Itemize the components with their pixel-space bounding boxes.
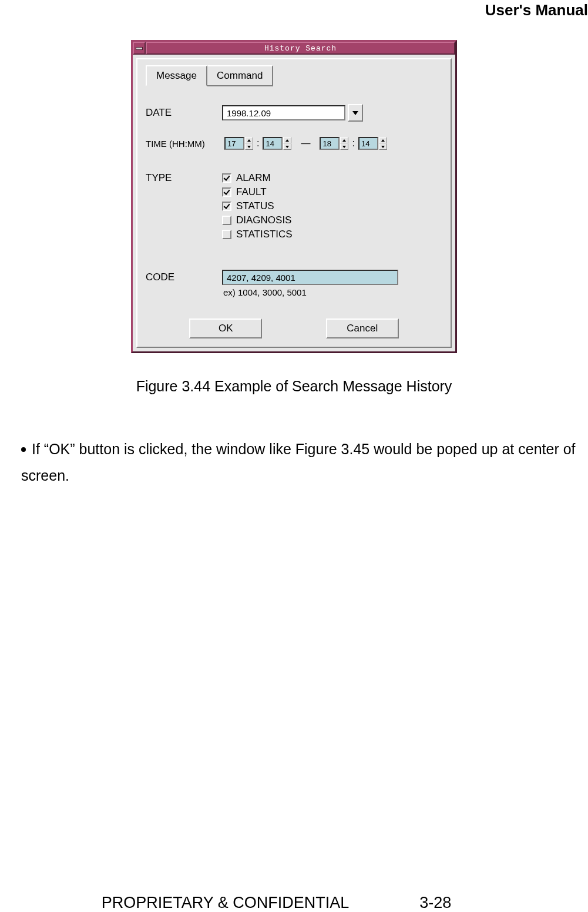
- checkbox-icon: [222, 173, 231, 183]
- spin-down-icon[interactable]: [283, 143, 291, 150]
- footer-left: PROPRIETARY & CONFIDENTIAL: [102, 894, 350, 912]
- time-to-hh[interactable]: [320, 137, 340, 150]
- footer-right: 3-28: [419, 894, 451, 912]
- window-title: History Search: [146, 42, 455, 55]
- bullet-icon: [21, 447, 26, 452]
- tab-bar: Message Command: [146, 65, 442, 86]
- type-label: TYPE: [146, 172, 222, 184]
- tab-command[interactable]: Command: [206, 65, 273, 86]
- type-status-checkbox[interactable]: STATUS: [222, 200, 293, 212]
- chevron-down-icon: [352, 111, 358, 115]
- tab-message[interactable]: Message: [146, 65, 207, 86]
- spin-up-icon[interactable]: [340, 137, 348, 143]
- code-example: ex) 1004, 3000, 5001: [223, 287, 442, 297]
- cancel-button[interactable]: Cancel: [326, 318, 399, 338]
- type-diagnosis-checkbox[interactable]: DIAGNOSIS: [222, 214, 293, 226]
- type-fault-checkbox[interactable]: FAULT: [222, 186, 293, 198]
- spin-up-icon[interactable]: [379, 137, 387, 143]
- time-colon: :: [352, 138, 354, 149]
- spin-down-icon[interactable]: [340, 143, 348, 150]
- type-statistics-label: STATISTICS: [236, 229, 293, 240]
- history-search-dialog: History Search Message Command DATE: [131, 40, 457, 353]
- spin-up-icon[interactable]: [283, 137, 291, 143]
- date-input[interactable]: [222, 105, 345, 120]
- page-header: User's Manual: [485, 1, 588, 19]
- checkbox-icon: [222, 230, 231, 239]
- spin-down-icon[interactable]: [245, 143, 253, 150]
- spin-down-icon[interactable]: [379, 143, 387, 150]
- spin-up-icon[interactable]: [245, 137, 253, 143]
- window-menu-button[interactable]: [133, 42, 146, 55]
- time-from-mm[interactable]: [263, 137, 283, 150]
- date-dropdown-button[interactable]: [348, 104, 363, 122]
- checkbox-icon: [222, 187, 231, 197]
- time-range-dash: —: [301, 138, 310, 149]
- checkbox-icon: [222, 202, 231, 211]
- time-to-mm[interactable]: [358, 137, 378, 150]
- code-label: CODE: [146, 271, 222, 283]
- time-colon: :: [257, 138, 259, 149]
- ok-button[interactable]: OK: [189, 318, 262, 338]
- type-fault-label: FAULT: [236, 186, 267, 198]
- checkbox-icon: [222, 216, 231, 225]
- type-alarm-checkbox[interactable]: ALARM: [222, 172, 293, 184]
- type-statistics-checkbox[interactable]: STATISTICS: [222, 229, 293, 240]
- titlebar: History Search: [133, 42, 455, 55]
- type-checklist: ALARM FAULT STATUS: [222, 172, 293, 240]
- type-diagnosis-label: DIAGNOSIS: [236, 214, 291, 226]
- page-footer: PROPRIETARY & CONFIDENTIAL 3-28: [0, 894, 588, 912]
- time-from-hh[interactable]: [224, 137, 244, 150]
- time-label: TIME (HH:MM): [146, 139, 222, 149]
- code-input[interactable]: [222, 270, 398, 285]
- type-alarm-label: ALARM: [236, 172, 271, 184]
- type-status-label: STATUS: [236, 200, 274, 212]
- date-label: DATE: [146, 107, 222, 119]
- body-paragraph: If “OK” button is clicked, the window li…: [21, 436, 576, 489]
- figure-caption: Figure 3.44 Example of Search Message Hi…: [0, 378, 588, 395]
